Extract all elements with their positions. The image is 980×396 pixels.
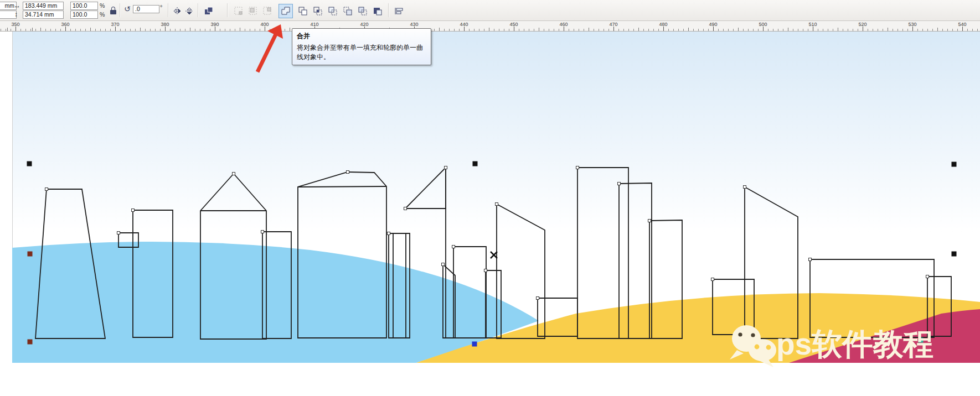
curve-node[interactable] xyxy=(347,171,349,174)
object-height-field[interactable]: 34.714 mm xyxy=(23,11,64,19)
ruler-number: 530 xyxy=(908,22,916,27)
blue-hill[interactable] xyxy=(12,242,539,363)
curve-node[interactable] xyxy=(484,269,487,272)
ruler-number: 520 xyxy=(858,22,866,27)
object-width-field[interactable]: 183.449 mm xyxy=(23,2,64,10)
curve-node[interactable] xyxy=(132,209,135,212)
pick-disabled-button-2 xyxy=(248,6,258,16)
pick-disabled-button-3 xyxy=(262,6,272,16)
wrap-text-button[interactable] xyxy=(394,6,404,16)
lock-ratio-icon[interactable] xyxy=(110,10,116,14)
building-outline[interactable] xyxy=(298,186,386,187)
ruler-number: 440 xyxy=(460,22,468,27)
degree-label: ° xyxy=(160,4,162,11)
trim-button[interactable] xyxy=(298,6,308,16)
curve-node[interactable] xyxy=(445,166,447,169)
rotate-icon: ↺ xyxy=(124,4,131,13)
sky-gradient xyxy=(12,31,980,232)
ruler-number: 430 xyxy=(410,22,418,27)
ruler-number: 400 xyxy=(260,22,269,27)
curve-node[interactable] xyxy=(809,258,812,261)
curve-node[interactable] xyxy=(648,220,651,222)
combine-button[interactable] xyxy=(204,6,214,16)
weld-button[interactable] xyxy=(278,4,293,18)
ruler-number: 480 xyxy=(659,22,667,27)
scale-y-field[interactable]: 100.0 xyxy=(70,11,98,19)
curve-node[interactable] xyxy=(261,231,264,233)
ruler-number: 500 xyxy=(759,22,767,27)
curve-node[interactable] xyxy=(711,278,714,281)
curve-node[interactable] xyxy=(744,186,746,189)
rotation-angle-field[interactable]: .0 xyxy=(133,5,159,13)
object-height-icon: ↕ xyxy=(14,11,18,18)
curve-node[interactable] xyxy=(388,232,390,235)
ruler-number: 450 xyxy=(509,22,518,27)
percent-label-y: % xyxy=(100,11,105,18)
separator xyxy=(120,3,121,17)
watermark-text: ps软件教程 xyxy=(776,324,933,365)
front-minus-back-button[interactable] xyxy=(343,6,353,16)
ruler-number: 390 xyxy=(210,22,219,27)
separator xyxy=(388,3,389,17)
ruler-number: 380 xyxy=(161,22,169,27)
curve-node[interactable] xyxy=(404,207,407,210)
curve-node[interactable] xyxy=(117,232,120,235)
selection-handle[interactable] xyxy=(472,342,477,347)
property-bar: mm ↔ ↕ 183.449 mm 34.714 mm 100.0 100.0 … xyxy=(0,0,980,21)
horizontal-ruler[interactable]: 3503603703803904004104204304404504604704… xyxy=(0,21,980,32)
ruler-number: 460 xyxy=(559,22,568,27)
ruler-number: 350 xyxy=(11,22,19,27)
curve-node[interactable] xyxy=(926,275,929,278)
curve-node[interactable] xyxy=(442,263,445,266)
separator xyxy=(227,3,228,17)
back-minus-front-button[interactable] xyxy=(358,6,368,16)
curve-node[interactable] xyxy=(452,246,455,248)
weld-tooltip: 合并 将对象合并至带有单一填充和轮廓的单一曲线对象中。 xyxy=(292,28,431,65)
curve-node[interactable] xyxy=(233,173,235,175)
tooltip-body: 将对象合并至带有单一填充和轮廓的单一曲线对象中。 xyxy=(297,43,426,62)
scale-x-field[interactable]: 100.0 xyxy=(70,2,98,10)
selection-handle[interactable] xyxy=(28,340,33,345)
ruler-number: 470 xyxy=(609,22,617,27)
ruler-number: 370 xyxy=(111,22,119,27)
curve-node[interactable] xyxy=(496,203,498,206)
separator xyxy=(198,3,199,17)
mirror-vertical-button[interactable] xyxy=(184,6,194,16)
selection-handle[interactable] xyxy=(952,162,957,167)
selection-handle[interactable] xyxy=(28,252,33,257)
pick-disabled-button-1 xyxy=(234,6,244,16)
simplify-button[interactable] xyxy=(328,6,338,16)
selection-handle[interactable] xyxy=(27,161,32,166)
ruler-number: 420 xyxy=(360,22,368,27)
selection-handle[interactable] xyxy=(473,161,478,166)
percent-label-x: % xyxy=(100,2,105,9)
intersect-button[interactable] xyxy=(313,6,323,16)
ruler-number: 410 xyxy=(310,22,318,27)
curve-node[interactable] xyxy=(618,183,621,185)
ruler-number: 510 xyxy=(808,22,817,27)
create-boundary-button[interactable] xyxy=(373,6,383,16)
curve-node[interactable] xyxy=(576,166,579,169)
selection-handle[interactable] xyxy=(952,252,957,257)
curve-node[interactable] xyxy=(537,297,539,300)
ruler-number: 540 xyxy=(958,22,966,27)
mirror-horizontal-button[interactable] xyxy=(172,6,182,16)
object-width-icon: ↔ xyxy=(14,2,20,9)
tooltip-title: 合并 xyxy=(297,32,426,41)
curve-node[interactable] xyxy=(45,188,48,191)
separator xyxy=(168,3,169,17)
ruler-number: 360 xyxy=(61,22,69,27)
ruler-number: 490 xyxy=(709,22,717,27)
